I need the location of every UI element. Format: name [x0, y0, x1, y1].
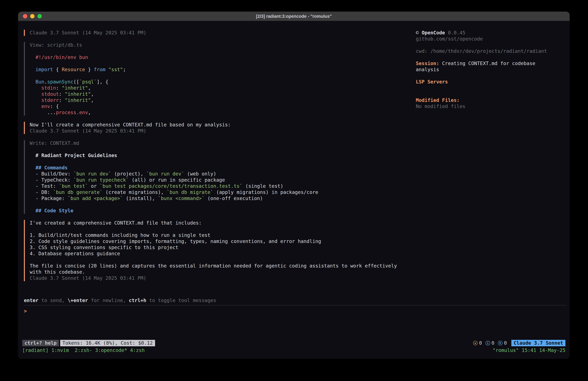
assistant-summary-block: I've created a comprehensive CONTEXT.md … [24, 220, 409, 281]
text-line: stdout: "inherit", [30, 91, 409, 97]
text-line: 4. Database operations guidance [30, 250, 409, 257]
text-line [30, 73, 409, 79]
tool-write-block: Write: CONTEXT.md # Radiant Project Guid… [24, 140, 409, 214]
text-line: stderr: "inherit", [30, 97, 409, 103]
text-line: ## Commands [30, 165, 409, 171]
text-line: Claude 3.7 Sonnet (14 May 2025 03:41 PM) [30, 275, 409, 281]
keybind-help: enter to send, \+enter for newline, ctrl… [24, 297, 566, 304]
assistant-message-header-block: Claude 3.7 Sonnet (14 May 2025 03:41 PM) [24, 30, 409, 36]
text-line: stdin: "inherit", [30, 85, 409, 91]
text-line: - DB: `bun db generate` (create migratio… [30, 189, 409, 195]
traffic-lights [23, 12, 42, 21]
text-line: 2. Code style guidelines covering import… [30, 238, 409, 245]
text-line: Bun.spawnSync([`psql`], { [30, 79, 409, 85]
text-line: ## Code Style [30, 208, 409, 214]
text-line: with this codebase. [30, 269, 409, 275]
app-name: OpenCode [422, 30, 445, 36]
app-header: © OpenCode 0.0.45 [416, 30, 555, 36]
hint-count: 0 [504, 340, 507, 346]
text-line [30, 48, 409, 54]
text-line [30, 226, 409, 232]
window-titlebar: [2/3] radiant:3:opencode - "romulus" [18, 12, 570, 21]
text-line: The file is concise (20 lines) and captu… [30, 263, 409, 269]
lsp-servers-label: LSP Servers [416, 79, 555, 85]
text-line: - TypeCheck: `bun run typecheck` (all) o… [30, 177, 409, 183]
minimize-button[interactable] [30, 14, 35, 18]
tmux-status-bar: [radiant] 1:nvim 2:zsh- 3:opencode* 4:zs… [18, 347, 570, 354]
info-icon: i [485, 341, 490, 345]
terminal-content: Claude 3.7 Sonnet (14 May 2025 03:41 PM)… [18, 21, 570, 297]
text-line [30, 146, 409, 152]
copyright-icon: © [416, 30, 422, 36]
text-line [30, 60, 409, 67]
message-input[interactable]: > [24, 305, 566, 339]
diagnostic-info: i0 [485, 340, 494, 346]
text-line [30, 158, 409, 165]
assistant-message-block: Now I'll create a comprehensive CONTEXT.… [24, 122, 409, 134]
text-line: - Package: `bun add <package>` (install)… [30, 195, 409, 202]
text-line: env: { [30, 103, 409, 110]
text-line: 1. Build/lint/test commands including ho… [30, 232, 409, 238]
text-line: Claude 3.7 Sonnet (14 May 2025 03:41 PM) [30, 128, 409, 134]
terminal-window: [2/3] radiant:3:opencode - "romulus" Cla… [18, 12, 570, 359]
tokens-cost-chip: Tokens: 16.4K (8%), Cost: $0.12 [60, 340, 155, 346]
text-line: I've created a comprehensive CONTEXT.md … [30, 220, 409, 226]
diagnostic-warning: w0 [473, 340, 482, 346]
modified-files-label: Modified Files: [416, 97, 555, 103]
session-label: Session: [416, 61, 439, 66]
window-title: [2/3] radiant:3:opencode - "romulus" [256, 13, 332, 19]
text-line: import { Resource } from "sst"; [30, 67, 409, 73]
text-line: 3. CSS styling conventions specific to t… [30, 245, 409, 250]
diagnostic-hint: h0 [498, 340, 507, 346]
text-line [30, 202, 409, 208]
text-line: # Radiant Project Guidelines [30, 152, 409, 158]
modified-files-empty: No modified files [416, 103, 555, 110]
prompt-symbol: > [24, 308, 27, 314]
text-line: View: script/db.ts [30, 42, 409, 48]
hint-icon: h [498, 341, 503, 345]
tmux-session-windows: [radiant] 1:nvim 2:zsh- 3:opencode* 4:zs… [22, 347, 145, 353]
info-count: 0 [491, 340, 494, 346]
session-title: Session: Creating CONTEXT.md for codebas… [416, 60, 555, 73]
repo-link: github.com/sst/opencode [416, 36, 555, 42]
warning-icon: w [473, 341, 478, 345]
text-line: #!/usr/bin/env bun [30, 54, 409, 60]
warning-count: 0 [479, 340, 482, 346]
text-line: Now I'll create a comprehensive CONTEXT.… [30, 122, 409, 128]
text-line [30, 257, 409, 263]
editor-area: enter to send, \+enter for newline, ctrl… [18, 297, 570, 339]
status-bar: ctrl+? help Tokens: 16.4K (8%), Cost: $0… [18, 339, 570, 347]
text-line: ...process.env, [30, 110, 409, 116]
text-line: Write: CONTEXT.md [30, 140, 409, 146]
tmux-host-clock: "romulus" 15:41 14-May-25 [492, 347, 566, 353]
cwd-path: cwd: /home/thdxr/dev/projects/radiant/ra… [416, 48, 555, 54]
app-version: 0.0.45 [445, 30, 465, 36]
zoom-button[interactable] [38, 14, 42, 18]
text-line: Claude 3.7 Sonnet (14 May 2025 03:41 PM) [30, 30, 409, 36]
chat-area: Claude 3.7 Sonnet (14 May 2025 03:41 PM)… [24, 30, 409, 297]
text-line: - Build/Dev: `bun run dev` (project), `b… [30, 171, 409, 177]
text-line: - Test: `bun test` or `bun test packages… [30, 183, 409, 189]
help-shortcut-chip: ctrl+? help [22, 340, 59, 346]
close-button[interactable] [23, 14, 27, 18]
info-sidebar: © OpenCode 0.0.45 github.com/sst/opencod… [409, 30, 563, 297]
model-chip: Claude 3.7 Sonnet [511, 340, 566, 346]
tool-view-block: View: script/db.ts #!/usr/bin/env bun im… [24, 42, 409, 116]
